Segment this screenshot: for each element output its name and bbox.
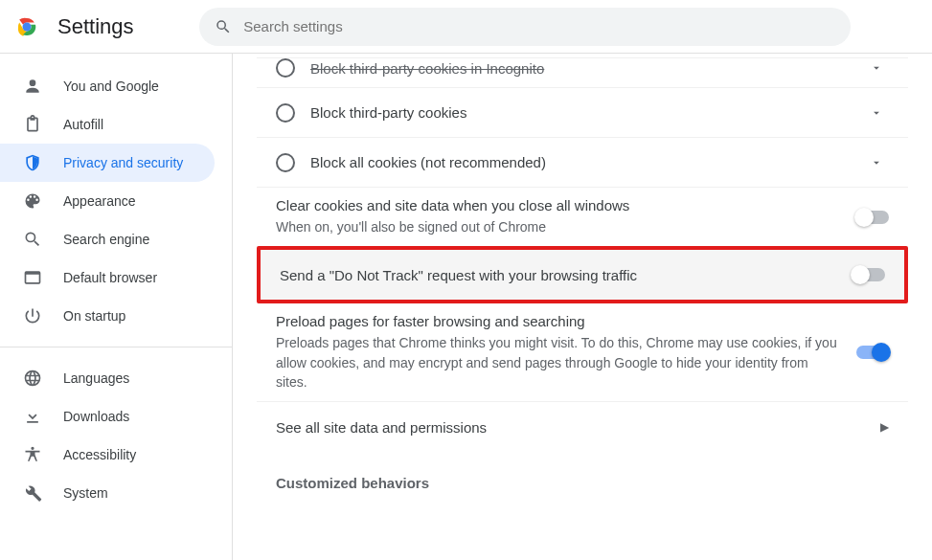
search-icon: [215, 18, 232, 35]
palette-icon: [23, 191, 42, 211]
sidebar-item-label: Appearance: [63, 193, 136, 209]
highlighted-setting: Send a "Do Not Track" request with your …: [257, 246, 908, 303]
sidebar-item-label: Default browser: [63, 270, 157, 285]
setting-do-not-track[interactable]: Send a "Do Not Track" request with your …: [261, 250, 904, 300]
chevron-down-icon: [870, 156, 889, 169]
radio-label: Block third-party cookies in Incognito: [310, 60, 854, 77]
setting-title: Clear cookies and site data when you clo…: [276, 197, 841, 213]
chrome-logo-icon: [15, 15, 38, 38]
link-label: See all site data and permissions: [276, 419, 865, 436]
link-see-all-site-data[interactable]: See all site data and permissions ▶: [257, 402, 908, 452]
search-box[interactable]: [199, 8, 851, 46]
search-input[interactable]: [243, 18, 835, 34]
svg-point-2: [24, 23, 30, 29]
sidebar-item-on-startup[interactable]: On startup: [0, 297, 215, 335]
download-icon: [23, 407, 42, 426]
sidebar-item-label: On startup: [63, 308, 125, 324]
toggle-switch[interactable]: [856, 211, 889, 224]
sidebar: You and Google Autofill Privacy and secu…: [0, 54, 233, 560]
radio-icon: [276, 58, 295, 78]
page-title: Settings: [57, 14, 134, 39]
sidebar-item-label: Search engine: [63, 232, 149, 247]
radio-block-3p[interactable]: Block third-party cookies: [257, 88, 908, 138]
radio-block-all[interactable]: Block all cookies (not recommended): [257, 138, 908, 188]
power-icon: [23, 306, 42, 325]
setting-subtitle: Preloads pages that Chrome thinks you mi…: [276, 333, 841, 392]
sidebar-item-downloads[interactable]: Downloads: [0, 397, 215, 436]
setting-preload-pages[interactable]: Preload pages for faster browsing and se…: [257, 303, 908, 402]
person-icon: [23, 77, 42, 96]
toggle-switch[interactable]: [856, 346, 889, 359]
sidebar-item-search-engine[interactable]: Search engine: [0, 220, 215, 258]
radio-label: Block third-party cookies: [310, 104, 854, 121]
setting-title: Preload pages for faster browsing and se…: [276, 313, 841, 329]
sidebar-item-accessibility[interactable]: Accessibility: [0, 436, 215, 474]
clipboard-icon: [23, 115, 42, 134]
sidebar-item-privacy-security[interactable]: Privacy and security: [0, 144, 215, 182]
sidebar-item-label: You and Google: [63, 78, 159, 94]
radio-label: Block all cookies (not recommended): [310, 154, 854, 170]
toggle-switch[interactable]: [852, 268, 885, 281]
sidebar-item-you-and-google[interactable]: You and Google: [0, 67, 215, 105]
browser-icon: [23, 268, 42, 287]
section-heading-customized: Customized behaviors: [257, 452, 908, 499]
setting-clear-on-close[interactable]: Clear cookies and site data when you clo…: [257, 188, 908, 246]
radio-icon: [276, 153, 295, 172]
sidebar-item-label: System: [63, 485, 108, 501]
sidebar-item-label: Downloads: [63, 409, 129, 424]
sidebar-item-label: Privacy and security: [63, 155, 183, 170]
sidebar-item-autofill[interactable]: Autofill: [0, 105, 215, 144]
sidebar-separator: [0, 347, 232, 347]
search-icon: [23, 230, 42, 249]
radio-block-3p-incognito[interactable]: Block third-party cookies in Incognito: [257, 57, 908, 88]
sidebar-item-appearance[interactable]: Appearance: [0, 182, 215, 220]
chevron-down-icon: [870, 61, 889, 75]
sidebar-item-label: Autofill: [63, 117, 103, 132]
sidebar-item-default-browser[interactable]: Default browser: [0, 258, 215, 297]
setting-subtitle: When on, you'll also be signed out of Ch…: [276, 217, 841, 236]
header: Settings: [0, 0, 932, 54]
accessibility-icon: [23, 445, 42, 464]
sidebar-item-label: Languages: [63, 370, 129, 386]
sidebar-item-languages[interactable]: Languages: [0, 359, 215, 397]
globe-icon: [23, 369, 42, 388]
sidebar-item-label: Accessibility: [63, 447, 136, 462]
arrow-right-icon: ▶: [880, 420, 889, 434]
sidebar-item-system[interactable]: System: [0, 474, 215, 512]
content-area: Block third-party cookies in Incognito B…: [233, 54, 932, 560]
radio-icon: [276, 103, 295, 123]
chevron-down-icon: [870, 106, 889, 120]
setting-title: Send a "Do Not Track" request with your …: [280, 267, 837, 283]
wrench-icon: [23, 483, 42, 503]
shield-icon: [23, 153, 42, 172]
